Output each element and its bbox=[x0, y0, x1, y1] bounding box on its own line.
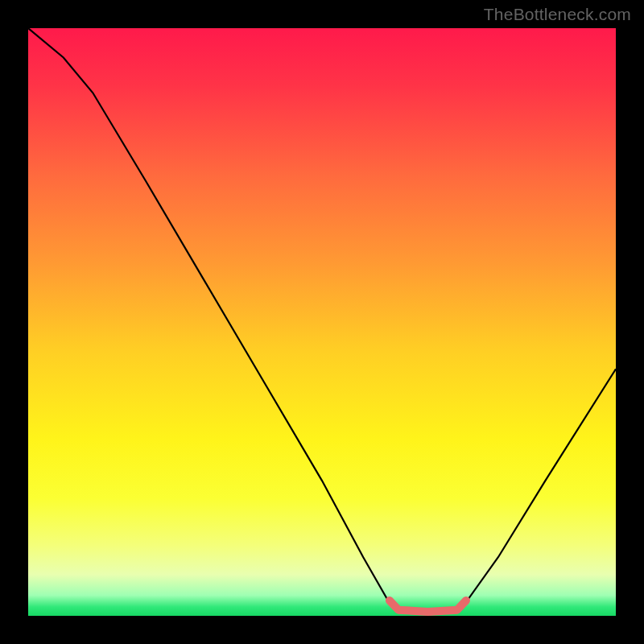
chart-frame: TheBottleneck.com bbox=[0, 0, 644, 644]
optimal-range-marker bbox=[390, 601, 466, 612]
plot-area bbox=[28, 28, 616, 616]
curve-layer bbox=[28, 28, 616, 616]
bottleneck-curve bbox=[28, 28, 616, 613]
watermark-text: TheBottleneck.com bbox=[484, 5, 631, 24]
